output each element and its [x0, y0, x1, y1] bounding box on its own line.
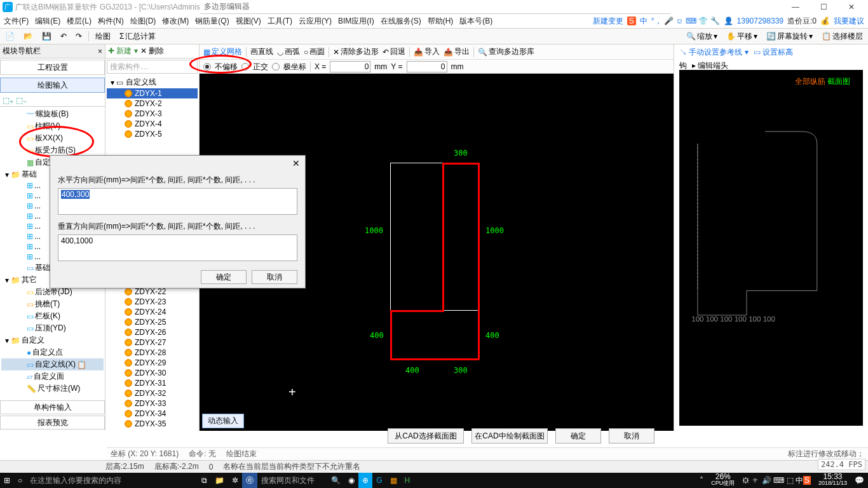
back-button[interactable]: ↶ 回退 — [383, 46, 405, 57]
minimize-button[interactable]: — — [782, 3, 810, 11]
menu-rebar[interactable]: 钢筋量(Q) — [195, 16, 229, 27]
tray-chevron-icon[interactable]: ˄ — [696, 473, 707, 488]
menu-component[interactable]: 构件(N) — [98, 16, 124, 27]
draw-arc-button[interactable]: ◡ 画弧 — [277, 46, 300, 57]
list-item[interactable]: ZDYX-27 — [107, 337, 198, 348]
windows-taskbar[interactable]: ⊞ ○ 在这里输入你要搜索的内容 ⧉ 📁 ✲ ⓔ 搜索网页和文件 🔍 ◉ ⊕ G… — [0, 473, 868, 488]
menu-modify[interactable]: 修改(M) — [162, 16, 189, 27]
list-item[interactable]: ZDYX-3 — [107, 109, 198, 119]
draw-line-button[interactable]: 画直线 — [250, 46, 273, 57]
dialog-close-button[interactable]: ✕ — [292, 158, 300, 168]
rotate-button[interactable]: 🔄 屏幕旋转 ▾ — [764, 30, 815, 43]
tab-project-settings[interactable]: 工程设置 — [0, 60, 105, 75]
pan-button[interactable]: ✋ 平移 ▾ — [724, 30, 760, 43]
export-button[interactable]: 📤 导出 — [444, 46, 470, 57]
undo-icon[interactable]: ↶ — [58, 30, 69, 42]
redo-icon[interactable]: ↷ — [73, 30, 85, 42]
list-item[interactable]: ZDYX-28 — [107, 348, 198, 358]
h-spacing-input[interactable]: 400,300 — [58, 188, 297, 215]
tray-icons[interactable]: ⚙ ᯤ 🔊 ⌨ ⬚ 中 S — [738, 473, 815, 488]
dialog-cancel-button[interactable]: 取消 — [252, 270, 297, 284]
tab-draw-input[interactable]: 绘图输入 — [0, 78, 105, 93]
clock[interactable]: 15:332018/11/13 — [815, 473, 851, 488]
tab-single-input[interactable]: 单构件输入 — [0, 400, 105, 414]
main-cancel-button[interactable]: 取消 — [609, 428, 654, 444]
app-icon[interactable]: ▦ — [386, 473, 401, 488]
menu-view[interactable]: 视图(V) — [236, 16, 261, 27]
set-elev-button[interactable]: ▭ 设置标高 — [754, 47, 793, 58]
list-item[interactable]: ZDYX-23 — [107, 297, 198, 307]
menu-version[interactable]: 版本号(B) — [459, 16, 492, 27]
start-button[interactable]: ⊞ — [0, 473, 14, 488]
menu-help[interactable]: 帮助(H) — [428, 16, 454, 27]
dynamic-input-button[interactable]: 动态输入 — [202, 414, 244, 428]
taskbar-search[interactable]: 在这里输入你要搜索的内容 — [26, 473, 198, 488]
list-item[interactable]: ZDYX-1 — [107, 88, 198, 98]
x-input[interactable] — [330, 61, 370, 72]
menu-online[interactable]: 在线服务(S) — [381, 16, 421, 27]
list-item[interactable]: ZDYX-29 — [107, 358, 198, 368]
close-button[interactable]: ✕ — [837, 3, 865, 11]
list-item[interactable]: ZDYX-34 — [107, 409, 198, 419]
y-input[interactable] — [407, 61, 447, 72]
menu-file[interactable]: 文件(F) — [4, 16, 29, 27]
import-button[interactable]: 📥 导入 — [414, 46, 440, 57]
suggest-button[interactable]: 我要建议 — [834, 16, 864, 27]
list-item[interactable]: ZDYX-4 — [107, 119, 198, 129]
manual-ref-button[interactable]: ↘ 手动设置参考线 ▾ — [679, 47, 749, 58]
menu-floor[interactable]: 楼层(L) — [67, 16, 92, 27]
draw-circle-button[interactable]: ○ 画圆 — [304, 46, 325, 57]
v-spacing-label: 垂直方向间距(mm)=>间距*个数, 间距, 间距*个数, 间距, . . . — [58, 221, 297, 232]
scale-button[interactable]: 🔍 缩放 ▾ — [684, 30, 720, 43]
user-phone[interactable]: 13907298339 — [737, 17, 783, 25]
notification-icon[interactable]: 💬 — [851, 473, 868, 488]
from-cad-button[interactable]: 从CAD选择截面图 — [388, 428, 464, 444]
app-icon[interactable]: H — [401, 473, 414, 488]
list-item[interactable]: ZDYX-24 — [107, 307, 198, 317]
sum-calc-button[interactable]: Σ 汇总计算 — [117, 30, 158, 43]
clear-poly-button[interactable]: ✕ 清除多边形 — [333, 46, 379, 57]
maximize-button[interactable]: ☐ — [810, 3, 837, 11]
delete-component-button[interactable]: ✕ 删除 — [140, 46, 164, 57]
list-item[interactable]: ZDYX-31 — [107, 378, 198, 388]
menu-draw[interactable]: 绘图(D) — [130, 16, 156, 27]
list-item[interactable]: ZDYX-26 — [107, 327, 198, 337]
search-btn-icon[interactable]: 🔍 — [327, 473, 344, 488]
menu-cloud[interactable]: 云应用(Y) — [299, 16, 332, 27]
tab-report[interactable]: 报表预览 — [0, 416, 105, 430]
nav-group-zdy[interactable]: ▾ 📁 自定义 — [1, 334, 104, 346]
new-file-icon[interactable]: 📄 — [3, 30, 17, 42]
menu-bim[interactable]: BIM应用(I) — [338, 16, 374, 27]
list-item[interactable]: ZDYX-33 — [107, 398, 198, 409]
task-view-icon[interactable]: ⧉ — [198, 473, 211, 488]
select-floor-button[interactable]: 📋 选择楼层 — [819, 30, 865, 43]
list-item[interactable]: ZDYX-25 — [107, 317, 198, 327]
search-lib-button[interactable]: 🔍 查询多边形库 — [478, 46, 534, 57]
menu-edit[interactable]: 编辑(E) — [35, 16, 60, 27]
nav-item-zdyx[interactable]: ▭自定义线(X) 📋 — [1, 358, 104, 370]
draw-button[interactable]: 绘图 — [93, 30, 113, 43]
app-icon[interactable]: ◉ — [344, 473, 358, 488]
list-item[interactable]: ZDYX-32 — [107, 388, 198, 398]
draw-cad-button[interactable]: 在CAD中绘制截面图 — [471, 428, 548, 444]
radio-polar[interactable] — [272, 63, 280, 71]
main-ok-button[interactable]: 确定 — [555, 428, 601, 444]
menu-tool[interactable]: 工具(T) — [268, 16, 292, 27]
list-item[interactable]: ZDYX-2 — [107, 98, 198, 109]
list-item[interactable]: ZDYX-30 — [107, 368, 198, 378]
file-explorer-icon[interactable]: 📁 — [211, 473, 228, 488]
save-icon[interactable]: 💾 — [39, 30, 54, 42]
app-icon[interactable]: G — [372, 473, 386, 488]
ie-icon[interactable]: ⓔ — [242, 473, 257, 488]
v-spacing-input[interactable]: 400,1000 — [58, 234, 297, 261]
search-input[interactable]: 搜索构件… — [107, 60, 198, 74]
glodon-icon[interactable]: ⊕ — [358, 473, 372, 488]
dialog-ok-button[interactable]: 确定 — [201, 270, 247, 284]
new-component-button[interactable]: ✚ 新建 ▾ — [108, 46, 138, 57]
cortana-icon[interactable]: ○ — [14, 473, 26, 488]
list-item[interactable]: ZDYX-35 — [107, 419, 198, 429]
list-item[interactable]: ZDYX-5 — [107, 129, 198, 139]
new-change-button[interactable]: 新建变更 — [593, 16, 623, 27]
fan-icon[interactable]: ✲ — [228, 473, 242, 488]
open-icon[interactable]: 📂 — [21, 30, 36, 42]
